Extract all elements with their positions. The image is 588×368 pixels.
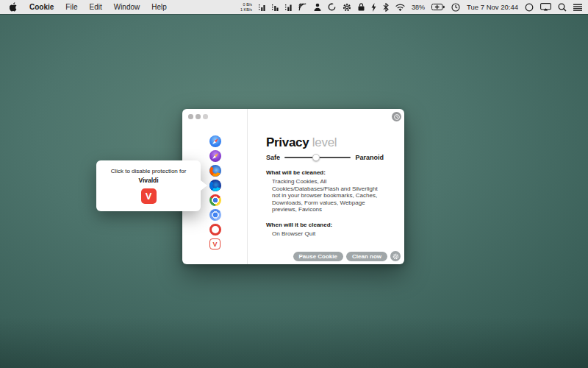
menu-file[interactable]: File — [65, 3, 77, 11]
user-icon[interactable] — [314, 3, 321, 11]
network-throughput-text[interactable]: 0 B/s 1 KB/s — [240, 2, 252, 12]
disk-meter-icon[interactable] — [285, 3, 292, 11]
bolt-icon[interactable] — [371, 3, 376, 12]
window-bottom-bar: Pause Cookie Clean now — [293, 251, 401, 261]
memory-meter-icon[interactable] — [272, 3, 279, 11]
tooltip-browser-name: Vivaldi — [96, 177, 201, 184]
slider-label-paranoid: Paranoid — [355, 154, 384, 161]
pause-cookie-button[interactable]: Pause Cookie — [293, 252, 343, 261]
vivaldi-logo-letter: V — [212, 241, 217, 248]
browser-icon-firefox-developer[interactable] — [209, 180, 221, 191]
clock-icon[interactable] — [451, 3, 460, 12]
spotlight-search-icon[interactable] — [558, 3, 567, 12]
battery-percent-text[interactable]: 38% — [412, 4, 425, 11]
app-menu-cookie[interactable]: Cookie — [29, 3, 54, 11]
what-cleaned-body: Tracking Cookies, All Cookies/Databases/… — [266, 178, 382, 213]
tooltip-text: Click to disable protection for — [96, 168, 201, 174]
battery-icon[interactable] — [431, 4, 445, 10]
browser-icon-firefox[interactable] — [209, 165, 221, 177]
menu-window[interactable]: Window — [114, 3, 140, 11]
browser-icon-vivaldi[interactable]: V — [209, 238, 220, 250]
slider-label-safe: Safe — [266, 154, 280, 161]
menu-bar-clock-text[interactable]: Tue 7 Nov 20:44 — [467, 3, 518, 11]
sync-icon[interactable] — [328, 3, 336, 11]
cpu-meter-icon[interactable] — [259, 3, 265, 11]
when-cleaned-body: On Browser Quit — [266, 230, 382, 238]
page-title: Privacy level — [266, 135, 384, 150]
display-airplay-icon[interactable] — [540, 3, 551, 11]
signal-arcs-icon[interactable] — [298, 3, 307, 11]
browser-icon-safari[interactable] — [209, 135, 221, 147]
vivaldi-icon: V — [141, 188, 157, 204]
menu-edit[interactable]: Edit — [89, 3, 101, 11]
timer-clock-button[interactable] — [392, 112, 401, 121]
circle-icon[interactable] — [525, 3, 534, 12]
vivaldi-protection-tooltip: Click to disable protection for Vivaldi … — [96, 160, 201, 211]
browser-icon-chromium[interactable] — [209, 209, 221, 221]
privacy-panel: Privacy level Safe Paranoid What will be… — [266, 135, 384, 238]
browser-icon-opera[interactable] — [209, 224, 221, 236]
when-cleaned-heading: When will it be cleaned: — [266, 222, 384, 228]
privacy-slider[interactable] — [284, 157, 351, 158]
wifi-icon[interactable] — [395, 4, 405, 11]
bluetooth-icon[interactable] — [383, 3, 389, 12]
apple-menu-icon[interactable] — [10, 2, 18, 12]
gear-icon[interactable] — [343, 3, 351, 12]
menu-bar: Cookie File Edit Window Help 0 B/s 1 KB/… — [0, 0, 588, 14]
lock-icon[interactable] — [358, 3, 365, 11]
menu-help[interactable]: Help — [151, 3, 167, 11]
privacy-slider-row: Safe Paranoid — [266, 154, 384, 161]
cookie-app-window: V Privacy level Safe Paranoid What will … — [182, 109, 404, 264]
privacy-slider-thumb[interactable] — [312, 154, 320, 161]
what-cleaned-heading: What will be cleaned: — [266, 169, 384, 176]
browser-icon-safari-tech-preview[interactable] — [209, 150, 221, 162]
browser-icon-chrome[interactable] — [209, 194, 221, 206]
notification-center-icon[interactable] — [573, 4, 582, 11]
clean-now-button[interactable]: Clean now — [346, 252, 387, 261]
settings-gear-button[interactable] — [390, 251, 401, 261]
tooltip-arrow — [201, 180, 207, 191]
desktop-wallpaper: Cookie File Edit Window Help 0 B/s 1 KB/… — [0, 0, 588, 368]
